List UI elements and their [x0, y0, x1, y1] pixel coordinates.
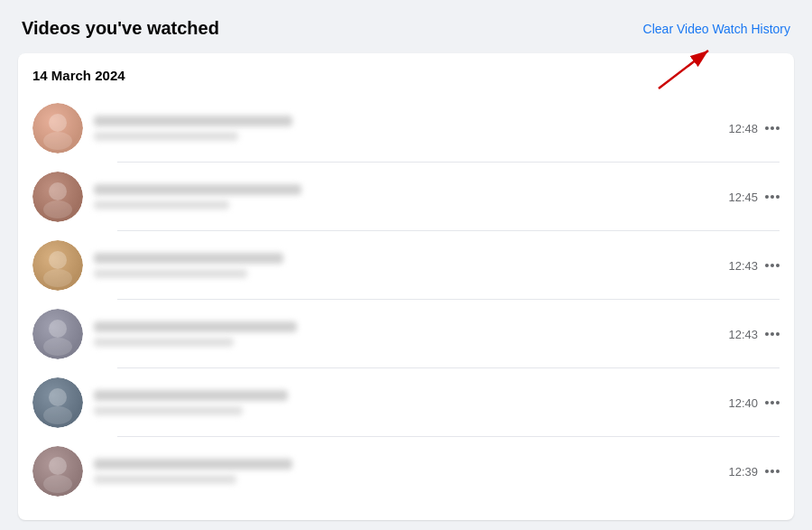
- svg-point-10: [43, 269, 72, 287]
- svg-point-16: [43, 406, 72, 424]
- video-thumbnail[interactable]: [32, 103, 83, 153]
- page-title: Videos you've watched: [22, 18, 219, 39]
- svg-point-18: [49, 457, 67, 475]
- dot-icon: [765, 195, 769, 199]
- history-card: 14 March 2024: [18, 53, 794, 520]
- video-info: [94, 116, 714, 141]
- dot-icon: [770, 126, 774, 130]
- thumbnail-image: [32, 309, 83, 359]
- svg-point-12: [49, 320, 67, 338]
- svg-point-3: [49, 114, 67, 132]
- video-info: [94, 253, 714, 278]
- video-item: 12:43: [18, 300, 794, 368]
- more-options-button[interactable]: [765, 470, 780, 473]
- video-time: 12:43: [728, 328, 758, 341]
- page-header: Videos you've watched Clear Video Watch …: [18, 18, 794, 39]
- video-title: [94, 390, 288, 401]
- video-title: [94, 184, 301, 195]
- video-thumbnail[interactable]: [32, 446, 83, 497]
- dot-icon: [770, 332, 774, 336]
- video-title: [94, 253, 283, 264]
- dot-icon: [770, 264, 774, 267]
- more-options-button[interactable]: [765, 126, 780, 130]
- video-subtitle: [94, 200, 229, 209]
- svg-point-6: [49, 182, 67, 200]
- video-thumbnail[interactable]: [32, 309, 83, 359]
- thumbnail-image: [32, 446, 83, 497]
- more-options-button[interactable]: [765, 332, 780, 336]
- dot-icon: [776, 126, 780, 130]
- dot-icon: [776, 264, 780, 267]
- date-label: 14 March 2024: [18, 68, 794, 94]
- video-time: 12:45: [728, 191, 758, 204]
- video-meta: 12:43: [728, 328, 780, 341]
- video-info: [94, 459, 714, 484]
- svg-point-15: [49, 388, 67, 406]
- dot-icon: [776, 470, 780, 473]
- video-item: 12:40: [18, 368, 794, 437]
- thumbnail-image: [32, 103, 83, 153]
- video-thumbnail[interactable]: [32, 377, 83, 428]
- video-subtitle: [94, 269, 247, 278]
- svg-point-19: [43, 475, 72, 493]
- video-meta: 12:45: [728, 191, 780, 204]
- video-thumbnail[interactable]: [32, 172, 83, 222]
- dot-icon: [770, 195, 774, 199]
- video-title: [94, 321, 297, 332]
- thumbnail-image: [32, 240, 83, 291]
- more-options-button[interactable]: [765, 264, 780, 267]
- dot-icon: [776, 195, 780, 199]
- dot-icon: [776, 332, 780, 336]
- video-title: [94, 116, 292, 126]
- more-options-button[interactable]: [765, 401, 780, 404]
- video-list: 12:48: [18, 94, 794, 506]
- more-options-button[interactable]: [765, 195, 780, 199]
- video-meta: 12:40: [728, 396, 780, 410]
- dot-icon: [765, 470, 769, 473]
- svg-point-7: [43, 200, 72, 219]
- dot-icon: [765, 332, 769, 336]
- video-info: [94, 184, 714, 209]
- thumbnail-image: [32, 377, 83, 428]
- video-time: 12:39: [728, 465, 758, 479]
- thumbnail-image: [32, 172, 83, 222]
- svg-point-13: [43, 338, 72, 356]
- video-item: 12:48: [18, 94, 794, 163]
- page-container: Videos you've watched Clear Video Watch …: [18, 18, 794, 520]
- video-meta: 12:39: [728, 465, 780, 479]
- video-subtitle: [94, 475, 236, 484]
- video-item: 12:39: [18, 437, 794, 506]
- video-info: [94, 390, 714, 415]
- dot-icon: [776, 401, 780, 404]
- dot-icon: [765, 264, 769, 267]
- dot-icon: [770, 470, 774, 473]
- video-item: 12:43: [18, 231, 794, 300]
- dot-icon: [765, 401, 769, 404]
- video-subtitle: [94, 338, 234, 347]
- svg-point-4: [43, 132, 72, 150]
- video-meta: 12:43: [728, 259, 780, 273]
- video-subtitle: [94, 406, 243, 415]
- dot-icon: [770, 401, 774, 404]
- svg-point-9: [49, 251, 67, 269]
- dot-icon: [765, 126, 769, 130]
- clear-history-button[interactable]: Clear Video Watch History: [643, 22, 790, 36]
- video-subtitle: [94, 132, 238, 141]
- video-info: [94, 321, 714, 347]
- video-time: 12:43: [728, 259, 758, 273]
- video-thumbnail[interactable]: [32, 240, 83, 291]
- video-meta: 12:48: [728, 122, 780, 135]
- video-item: 12:45: [18, 163, 794, 231]
- video-time: 12:40: [728, 396, 758, 410]
- video-title: [94, 459, 292, 470]
- video-time: 12:48: [728, 122, 758, 135]
